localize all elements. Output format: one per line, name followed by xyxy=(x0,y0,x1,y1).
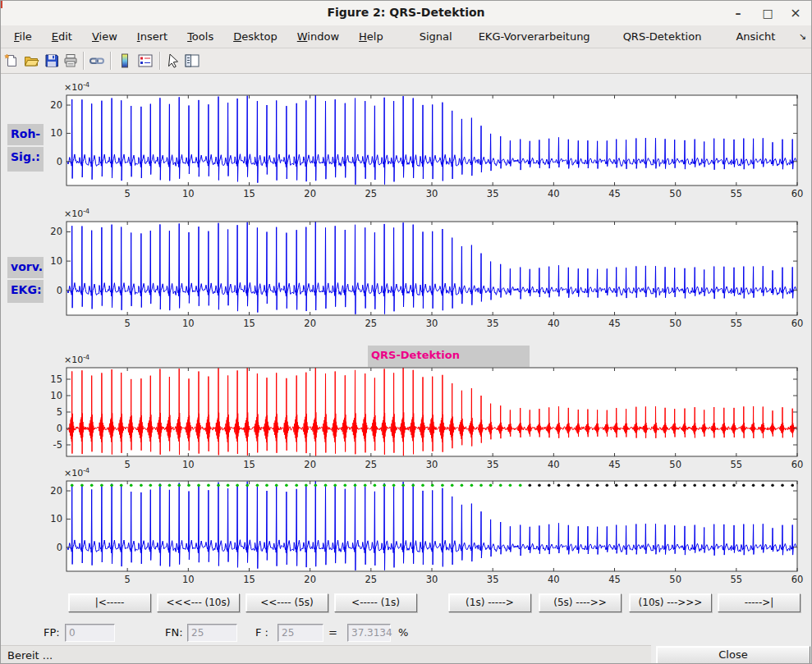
svg-text:20: 20 xyxy=(304,574,316,585)
menu-file[interactable]: File xyxy=(4,26,42,47)
nav-button-7[interactable]: ----->| xyxy=(718,593,801,612)
svg-text:40: 40 xyxy=(548,574,560,585)
save-figure-icon[interactable] xyxy=(44,53,60,69)
menu-help[interactable]: Help xyxy=(349,26,393,47)
svg-text:50: 50 xyxy=(669,574,681,585)
svg-text:25: 25 xyxy=(365,574,378,585)
insert-legend-icon[interactable] xyxy=(137,53,154,69)
plot-canvas-vorv-ekg: 5101520253035404550556001020×10-4 xyxy=(38,208,805,333)
toolbar-separator xyxy=(83,52,85,70)
svg-text:20: 20 xyxy=(50,485,62,497)
pointer-icon[interactable] xyxy=(165,53,181,69)
new-figure-icon[interactable] xyxy=(3,53,20,69)
svg-text:5: 5 xyxy=(125,574,131,585)
svg-text:0: 0 xyxy=(57,156,62,167)
fp-field[interactable]: 0 xyxy=(65,624,115,642)
fn-field[interactable]: 25 xyxy=(187,624,237,642)
svg-text:×10-4: ×10-4 xyxy=(64,355,89,365)
menu-window[interactable]: Window xyxy=(287,26,349,47)
svg-text:55: 55 xyxy=(731,188,743,199)
menu-bar: FileEditViewInsertToolsDesktopWindowHelp… xyxy=(1,25,811,48)
nav-button-0[interactable]: |<----- xyxy=(68,593,151,612)
open-file-icon[interactable] xyxy=(23,53,39,69)
nav-button-4[interactable]: (1s) -----> xyxy=(448,593,531,612)
svg-text:-5: -5 xyxy=(53,439,62,451)
menu-ansicht[interactable]: Ansicht xyxy=(726,26,785,47)
insert-colorbar-icon[interactable] xyxy=(117,53,133,69)
svg-text:60: 60 xyxy=(791,574,804,585)
svg-text:10: 10 xyxy=(50,127,62,139)
svg-text:5: 5 xyxy=(125,318,131,329)
svg-text:30: 30 xyxy=(426,574,438,585)
svg-text:30: 30 xyxy=(426,188,438,199)
svg-text:30: 30 xyxy=(426,318,438,329)
toolbar xyxy=(1,48,811,74)
svg-text:0: 0 xyxy=(57,423,62,434)
window-title: Figure 2: QRS-Detektion xyxy=(1,6,811,19)
svg-text:55: 55 xyxy=(731,318,743,329)
svg-text:0: 0 xyxy=(57,285,62,296)
menu-desktop[interactable]: Desktop xyxy=(223,26,287,47)
nav-button-1[interactable]: <<<--- (10s) xyxy=(157,593,240,612)
plot-browser-icon[interactable] xyxy=(184,53,200,69)
status-text: Bereit ... xyxy=(7,649,53,662)
toolbar-separator xyxy=(159,52,161,70)
minimize-button[interactable]: – xyxy=(729,5,747,21)
nav-button-6[interactable]: (10s) --->>> xyxy=(629,593,712,612)
menu-qrs-detektion[interactable]: QRS-Detektion xyxy=(613,26,712,47)
menu-edit[interactable]: Edit xyxy=(42,26,82,47)
svg-text:5: 5 xyxy=(57,406,62,418)
svg-text:10: 10 xyxy=(182,574,195,585)
svg-text:45: 45 xyxy=(608,188,621,199)
svg-text:×10-4: ×10-4 xyxy=(64,208,89,219)
result-field[interactable]: 37.3134 xyxy=(347,624,391,642)
svg-text:25: 25 xyxy=(365,188,378,199)
maximize-button[interactable]: □ xyxy=(759,5,777,21)
svg-text:45: 45 xyxy=(608,574,621,585)
svg-text:×10-4: ×10-4 xyxy=(64,468,89,479)
svg-text:45: 45 xyxy=(608,318,621,329)
title-bar: Figure 2: QRS-Detektion – □ × xyxy=(1,1,811,26)
svg-text:20: 20 xyxy=(304,318,316,329)
f-field[interactable]: 25 xyxy=(278,624,323,642)
svg-text:35: 35 xyxy=(487,188,499,199)
svg-text:35: 35 xyxy=(487,318,499,329)
nav-button-2[interactable]: <<---- (5s) xyxy=(245,593,328,612)
nav-button-5[interactable]: (5s) ---->> xyxy=(539,593,622,612)
svg-text:50: 50 xyxy=(669,318,681,329)
svg-text:10: 10 xyxy=(50,390,62,401)
menu-tools[interactable]: Tools xyxy=(177,26,223,47)
plot-canvas-roh-signal: 5101520253035404550556001020×10-4 xyxy=(38,82,805,204)
svg-text:25: 25 xyxy=(365,318,378,329)
close-window-button[interactable]: × xyxy=(787,5,805,21)
svg-text:40: 40 xyxy=(548,188,560,199)
svg-text:15: 15 xyxy=(50,373,62,385)
svg-text:10: 10 xyxy=(182,318,195,329)
svg-text:10: 10 xyxy=(50,513,62,524)
link-plot-icon[interactable] xyxy=(89,53,105,69)
plot-canvas-qrs-detektion: 51015202530354045505560-5051015×10-4 xyxy=(38,355,805,474)
svg-text:20: 20 xyxy=(50,226,62,237)
svg-text:50: 50 xyxy=(669,188,681,199)
svg-text:10: 10 xyxy=(182,188,195,199)
menu-ekg-vorverarbeitung[interactable]: EKG-Vorverarbeitung xyxy=(469,26,600,47)
close-button[interactable]: Close xyxy=(656,646,810,664)
svg-text:×10-4: ×10-4 xyxy=(64,82,89,93)
menu-view[interactable]: View xyxy=(82,26,127,47)
menu-signal[interactable]: Signal xyxy=(410,26,462,47)
svg-text:35: 35 xyxy=(487,574,499,585)
svg-text:55: 55 xyxy=(731,574,743,585)
svg-text:40: 40 xyxy=(548,318,560,329)
figure-window: { "window":{"title":"Figure 2: QRS-Detek… xyxy=(0,0,812,664)
status-bar: Bereit ... xyxy=(1,645,651,664)
svg-text:15: 15 xyxy=(243,188,255,199)
print-figure-icon[interactable] xyxy=(62,53,79,69)
svg-text:60: 60 xyxy=(791,188,804,199)
svg-text:5: 5 xyxy=(125,188,131,199)
menu-insert[interactable]: Insert xyxy=(127,26,177,47)
nav-button-3[interactable]: <----- (1s) xyxy=(334,593,417,612)
plot-canvas-detektion-markers: 5101520253035404550556001020×10-4 xyxy=(38,468,805,589)
menu-overflow-icon[interactable]: ↘ xyxy=(799,31,806,42)
svg-text:10: 10 xyxy=(50,255,62,267)
svg-text:0: 0 xyxy=(57,542,62,553)
